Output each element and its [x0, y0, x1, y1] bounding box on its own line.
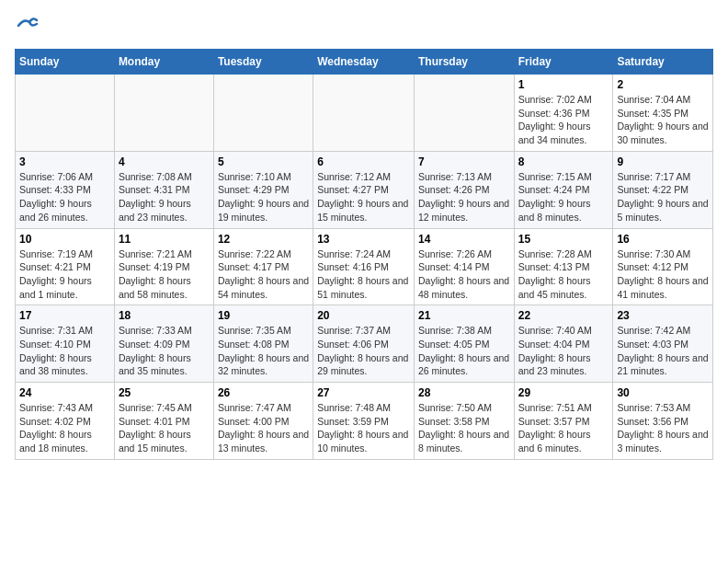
day-number: 27	[317, 386, 410, 399]
calendar-cell: 16Sunrise: 7:30 AM Sunset: 4:12 PM Dayli…	[613, 228, 713, 305]
calendar-week-row: 10Sunrise: 7:19 AM Sunset: 4:21 PM Dayli…	[16, 228, 713, 305]
day-info: Sunrise: 7:35 AM Sunset: 4:08 PM Dayligh…	[218, 324, 309, 378]
calendar-cell: 23Sunrise: 7:42 AM Sunset: 4:03 PM Dayli…	[613, 305, 713, 383]
calendar-cell: 26Sunrise: 7:47 AM Sunset: 4:00 PM Dayli…	[213, 383, 313, 460]
day-number: 24	[19, 386, 110, 399]
day-number: 25	[119, 386, 210, 399]
logo-icon	[17, 15, 39, 37]
day-info: Sunrise: 7:22 AM Sunset: 4:17 PM Dayligh…	[218, 247, 309, 302]
day-number: 19	[218, 309, 309, 322]
calendar-week-row: 24Sunrise: 7:43 AM Sunset: 4:02 PM Dayli…	[16, 383, 713, 460]
day-number: 17	[19, 309, 110, 322]
day-info: Sunrise: 7:43 AM Sunset: 4:02 PM Dayligh…	[19, 401, 110, 455]
calendar-cell: 24Sunrise: 7:43 AM Sunset: 4:02 PM Dayli…	[16, 383, 115, 460]
weekday-header-row: SundayMondayTuesdayWednesdayThursdayFrid…	[16, 50, 713, 75]
logo	[15, 15, 39, 41]
day-number: 28	[418, 386, 510, 399]
calendar-cell	[114, 75, 213, 152]
day-info: Sunrise: 7:15 AM Sunset: 4:24 PM Dayligh…	[518, 170, 609, 224]
day-number: 30	[617, 386, 709, 399]
day-number: 1	[518, 78, 609, 91]
day-info: Sunrise: 7:13 AM Sunset: 4:26 PM Dayligh…	[418, 170, 510, 224]
day-number: 20	[317, 309, 410, 322]
day-info: Sunrise: 7:30 AM Sunset: 4:12 PM Dayligh…	[617, 247, 709, 302]
day-info: Sunrise: 7:47 AM Sunset: 4:00 PM Dayligh…	[218, 401, 309, 455]
day-number: 22	[518, 309, 609, 322]
day-number: 7	[418, 155, 510, 168]
calendar-week-row: 17Sunrise: 7:31 AM Sunset: 4:10 PM Dayli…	[16, 305, 713, 383]
day-number: 8	[518, 155, 609, 168]
day-number: 13	[317, 233, 410, 246]
calendar-cell	[213, 75, 313, 152]
calendar-cell: 22Sunrise: 7:40 AM Sunset: 4:04 PM Dayli…	[514, 305, 613, 383]
day-info: Sunrise: 7:40 AM Sunset: 4:04 PM Dayligh…	[518, 324, 609, 378]
calendar-cell: 30Sunrise: 7:53 AM Sunset: 3:56 PM Dayli…	[613, 383, 713, 460]
day-info: Sunrise: 7:24 AM Sunset: 4:16 PM Dayligh…	[317, 247, 410, 302]
calendar-cell: 25Sunrise: 7:45 AM Sunset: 4:01 PM Dayli…	[114, 383, 213, 460]
calendar-cell: 21Sunrise: 7:38 AM Sunset: 4:05 PM Dayli…	[414, 305, 514, 383]
day-number: 16	[617, 233, 709, 246]
calendar-cell: 12Sunrise: 7:22 AM Sunset: 4:17 PM Dayli…	[213, 228, 313, 305]
calendar-cell: 7Sunrise: 7:13 AM Sunset: 4:26 PM Daylig…	[414, 151, 514, 228]
day-info: Sunrise: 7:42 AM Sunset: 4:03 PM Dayligh…	[617, 324, 709, 378]
day-info: Sunrise: 7:06 AM Sunset: 4:33 PM Dayligh…	[19, 170, 110, 224]
calendar-table: SundayMondayTuesdayWednesdayThursdayFrid…	[15, 49, 713, 460]
day-number: 2	[617, 78, 709, 91]
calendar-cell: 8Sunrise: 7:15 AM Sunset: 4:24 PM Daylig…	[514, 151, 613, 228]
calendar-cell: 18Sunrise: 7:33 AM Sunset: 4:09 PM Dayli…	[114, 305, 213, 383]
day-number: 9	[617, 155, 709, 168]
calendar-cell: 15Sunrise: 7:28 AM Sunset: 4:13 PM Dayli…	[514, 228, 613, 305]
day-info: Sunrise: 7:45 AM Sunset: 4:01 PM Dayligh…	[119, 401, 210, 455]
day-info: Sunrise: 7:08 AM Sunset: 4:31 PM Dayligh…	[119, 170, 210, 224]
calendar-cell: 2Sunrise: 7:04 AM Sunset: 4:35 PM Daylig…	[613, 75, 713, 152]
day-info: Sunrise: 7:53 AM Sunset: 3:56 PM Dayligh…	[617, 401, 709, 455]
day-number: 15	[518, 233, 609, 246]
calendar-cell	[414, 75, 514, 152]
calendar-week-row: 1Sunrise: 7:02 AM Sunset: 4:36 PM Daylig…	[16, 75, 713, 152]
day-info: Sunrise: 7:04 AM Sunset: 4:35 PM Dayligh…	[617, 93, 709, 147]
day-info: Sunrise: 7:12 AM Sunset: 4:27 PM Dayligh…	[317, 170, 410, 224]
calendar-cell: 1Sunrise: 7:02 AM Sunset: 4:36 PM Daylig…	[514, 75, 613, 152]
day-number: 10	[19, 233, 110, 246]
day-info: Sunrise: 7:19 AM Sunset: 4:21 PM Dayligh…	[19, 247, 110, 302]
calendar-cell: 5Sunrise: 7:10 AM Sunset: 4:29 PM Daylig…	[213, 151, 313, 228]
calendar-cell	[313, 75, 415, 152]
day-number: 5	[218, 155, 309, 168]
day-info: Sunrise: 7:37 AM Sunset: 4:06 PM Dayligh…	[317, 324, 410, 378]
day-number: 11	[119, 233, 210, 246]
calendar-cell: 28Sunrise: 7:50 AM Sunset: 3:58 PM Dayli…	[414, 383, 514, 460]
day-number: 29	[518, 386, 609, 399]
day-info: Sunrise: 7:17 AM Sunset: 4:22 PM Dayligh…	[617, 170, 709, 224]
day-info: Sunrise: 7:48 AM Sunset: 3:59 PM Dayligh…	[317, 401, 410, 455]
day-info: Sunrise: 7:02 AM Sunset: 4:36 PM Dayligh…	[518, 93, 609, 147]
day-info: Sunrise: 7:10 AM Sunset: 4:29 PM Dayligh…	[218, 170, 309, 224]
weekday-header-monday: Monday	[114, 50, 213, 75]
day-number: 6	[317, 155, 410, 168]
weekday-header-sunday: Sunday	[16, 50, 115, 75]
day-number: 12	[218, 233, 309, 246]
calendar-cell: 14Sunrise: 7:26 AM Sunset: 4:14 PM Dayli…	[414, 228, 514, 305]
day-info: Sunrise: 7:31 AM Sunset: 4:10 PM Dayligh…	[19, 324, 110, 378]
calendar-cell: 27Sunrise: 7:48 AM Sunset: 3:59 PM Dayli…	[313, 383, 415, 460]
calendar-cell: 4Sunrise: 7:08 AM Sunset: 4:31 PM Daylig…	[114, 151, 213, 228]
day-number: 4	[119, 155, 210, 168]
calendar-cell: 19Sunrise: 7:35 AM Sunset: 4:08 PM Dayli…	[213, 305, 313, 383]
calendar-cell: 11Sunrise: 7:21 AM Sunset: 4:19 PM Dayli…	[114, 228, 213, 305]
weekday-header-wednesday: Wednesday	[313, 50, 415, 75]
weekday-header-saturday: Saturday	[613, 50, 713, 75]
calendar-week-row: 3Sunrise: 7:06 AM Sunset: 4:33 PM Daylig…	[16, 151, 713, 228]
calendar-cell: 10Sunrise: 7:19 AM Sunset: 4:21 PM Dayli…	[16, 228, 115, 305]
calendar-cell: 6Sunrise: 7:12 AM Sunset: 4:27 PM Daylig…	[313, 151, 415, 228]
day-info: Sunrise: 7:33 AM Sunset: 4:09 PM Dayligh…	[119, 324, 210, 378]
day-info: Sunrise: 7:51 AM Sunset: 3:57 PM Dayligh…	[518, 401, 609, 455]
weekday-header-friday: Friday	[514, 50, 613, 75]
calendar-cell: 17Sunrise: 7:31 AM Sunset: 4:10 PM Dayli…	[16, 305, 115, 383]
day-info: Sunrise: 7:38 AM Sunset: 4:05 PM Dayligh…	[418, 324, 510, 378]
day-info: Sunrise: 7:21 AM Sunset: 4:19 PM Dayligh…	[119, 247, 210, 302]
day-number: 23	[617, 309, 709, 322]
calendar-cell	[16, 75, 115, 152]
calendar-cell: 29Sunrise: 7:51 AM Sunset: 3:57 PM Dayli…	[514, 383, 613, 460]
page-header	[15, 15, 713, 41]
day-info: Sunrise: 7:28 AM Sunset: 4:13 PM Dayligh…	[518, 247, 609, 302]
calendar-cell: 13Sunrise: 7:24 AM Sunset: 4:16 PM Dayli…	[313, 228, 415, 305]
